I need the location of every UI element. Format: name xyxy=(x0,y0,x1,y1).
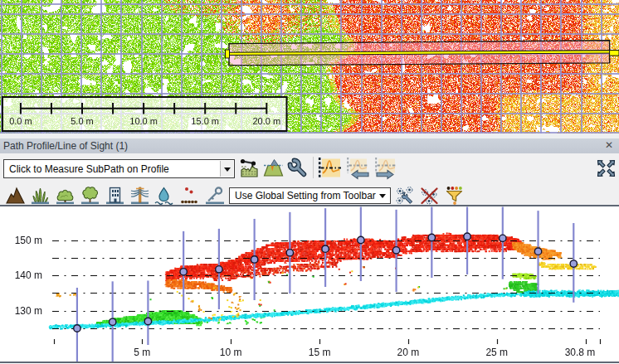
los-node[interactable] xyxy=(570,260,577,267)
panel-title: Path Profile/Line of Sight (1) xyxy=(3,140,128,152)
transmission-tower-class-icon[interactable] xyxy=(130,186,149,205)
los-node[interactable] xyxy=(286,250,293,256)
profile-end-segment[interactable] xyxy=(610,51,619,56)
next-profile-icon[interactable] xyxy=(374,158,399,180)
scale-bar-label: 15.0 m xyxy=(191,116,219,126)
clear-point-filter-icon[interactable] xyxy=(420,187,439,205)
los-node[interactable] xyxy=(251,256,257,263)
profile-settings-wrench-icon[interactable] xyxy=(287,158,308,178)
los-node[interactable] xyxy=(358,236,364,243)
toolbar-separator xyxy=(313,157,314,178)
previous-profile-icon[interactable] xyxy=(346,158,371,180)
profile-area-icon[interactable] xyxy=(263,158,284,178)
los-node[interactable] xyxy=(144,318,151,324)
application-window: 0.0 m5.0 m10.0 m15.0 m20.0 m Path Profil… xyxy=(0,0,619,364)
profile-plot-overlay xyxy=(0,206,619,362)
combobox-dropdown-arrow-icon[interactable] xyxy=(220,161,233,177)
scale-bar-label: 5.0 m xyxy=(71,116,94,126)
combobox-dropdown-arrow-icon[interactable] xyxy=(376,189,389,202)
profile-start-vertex[interactable] xyxy=(226,50,230,58)
low-vegetation-class-icon[interactable] xyxy=(31,186,50,205)
distance-label: 25 m xyxy=(485,347,508,358)
x-axis-ticks xyxy=(55,339,601,344)
profile-plot-area[interactable]: 150 m140 m130 m 5 m10 m15 m20 m25 m30.8 … xyxy=(0,206,619,362)
scale-bar-label: 10.0 m xyxy=(129,116,158,126)
los-node[interactable] xyxy=(392,247,399,254)
map-top-view[interactable]: 0.0 m5.0 m10.0 m15.0 m20.0 m xyxy=(0,0,619,133)
water-class-icon[interactable] xyxy=(154,186,173,205)
measure-mode-value: Click to Measure SubPath on Profile xyxy=(9,163,169,175)
los-node[interactable] xyxy=(216,266,222,273)
filter-setting-value: Use Global Setting from Toolbar xyxy=(235,190,376,201)
distance-label: 15 m xyxy=(309,347,331,358)
measure-subpath-icon[interactable] xyxy=(239,158,260,178)
map-overlay xyxy=(0,0,619,133)
scale-bar-label: 20.0 m xyxy=(252,116,280,126)
profile-toolbar: Click to Measure SubPath on Profile xyxy=(0,153,619,206)
filter-setting-combobox[interactable]: Use Global Setting from Toolbar xyxy=(229,187,391,204)
distance-label: 5 m xyxy=(134,347,150,358)
close-icon[interactable]: ✕ xyxy=(603,138,615,153)
panel-bottom-border xyxy=(0,362,619,363)
class-filter-funnel-icon[interactable] xyxy=(445,186,464,205)
panel-title-bar[interactable]: Path Profile/Line of Sight (1) ✕ xyxy=(0,138,619,153)
medium-vegetation-class-icon[interactable] xyxy=(56,186,75,205)
los-node[interactable] xyxy=(464,233,470,240)
model-key-points-class-icon[interactable] xyxy=(205,186,225,205)
los-node[interactable] xyxy=(322,245,329,252)
los-sample-posts[interactable] xyxy=(74,207,578,362)
elevation-label: 140 m xyxy=(7,269,42,281)
noise-points-class-icon[interactable] xyxy=(179,186,198,205)
los-node[interactable] xyxy=(180,269,187,275)
los-node[interactable] xyxy=(534,248,541,255)
building-class-icon[interactable] xyxy=(105,186,124,205)
expand-profile-icon[interactable] xyxy=(597,159,616,177)
ground-class-icon[interactable] xyxy=(6,186,25,205)
sync-profile-crosshair-icon[interactable] xyxy=(318,158,341,178)
los-node[interactable] xyxy=(109,318,115,325)
high-vegetation-class-icon[interactable] xyxy=(80,186,100,205)
elevation-label: 150 m xyxy=(7,235,42,246)
los-node[interactable] xyxy=(428,234,435,240)
elevation-label: 130 m xyxy=(7,305,42,317)
distance-label: 30.8 m xyxy=(565,347,596,358)
measure-mode-combobox[interactable]: Click to Measure SubPath on Profile xyxy=(3,159,235,178)
los-node[interactable] xyxy=(500,235,506,241)
los-node[interactable] xyxy=(74,325,80,332)
scale-bar-label: 0.0 m xyxy=(9,116,32,126)
distance-label: 10 m xyxy=(220,347,242,358)
point-display-settings-icon[interactable] xyxy=(396,187,414,205)
distance-label: 20 m xyxy=(397,347,420,358)
